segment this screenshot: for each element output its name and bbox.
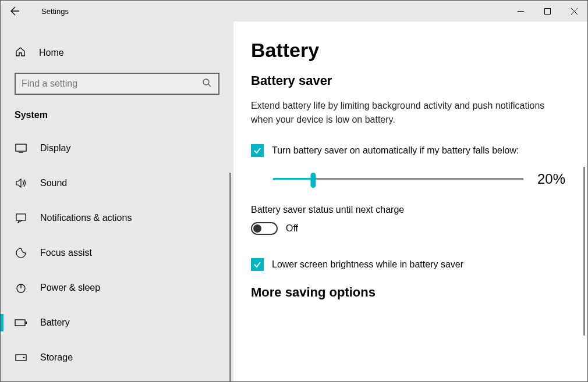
- auto-on-label: Turn battery saver on automatically if m…: [272, 145, 519, 156]
- status-toggle[interactable]: [251, 222, 278, 235]
- check-icon: [253, 146, 262, 155]
- minimize-button[interactable]: [507, 1, 534, 22]
- status-label: Battery saver status until next charge: [251, 205, 570, 215]
- lower-brightness-checkbox[interactable]: [251, 258, 264, 271]
- main-scrollbar[interactable]: [583, 167, 585, 335]
- check-icon: [253, 260, 262, 269]
- back-button[interactable]: [1, 1, 30, 22]
- threshold-value: 20%: [537, 171, 565, 187]
- search-icon: [202, 78, 212, 90]
- close-button[interactable]: [561, 1, 587, 22]
- focus-assist-icon: [15, 247, 27, 259]
- svg-rect-5: [15, 320, 25, 326]
- home-nav[interactable]: Home: [1, 39, 233, 67]
- display-icon: [15, 144, 27, 153]
- sidebar-item-sound[interactable]: Sound: [1, 166, 233, 201]
- storage-icon: [15, 354, 27, 361]
- main-panel: Battery Battery saver Extend battery lif…: [233, 22, 587, 381]
- auto-on-checkbox[interactable]: [251, 144, 264, 157]
- lower-brightness-label: Lower screen brightness while in battery…: [272, 259, 463, 270]
- sidebar-item-storage[interactable]: Storage: [1, 340, 233, 375]
- sidebar-item-label: Battery: [40, 317, 70, 328]
- sidebar-item-label: Notifications & actions: [40, 213, 132, 223]
- more-saving-options-title: More saving options: [251, 285, 570, 300]
- search-input-wrap[interactable]: [15, 73, 219, 95]
- sidebar-item-power-sleep[interactable]: Power & sleep: [1, 270, 233, 305]
- slider-fill: [273, 178, 313, 180]
- lower-brightness-row: Lower screen brightness while in battery…: [251, 258, 570, 271]
- svg-rect-0: [544, 8, 550, 14]
- svg-rect-6: [26, 322, 27, 324]
- toggle-knob: [253, 224, 261, 233]
- home-label: Home: [39, 48, 64, 58]
- section-battery-saver-title: Battery saver: [251, 73, 570, 88]
- arrow-left-icon: [10, 6, 20, 16]
- power-icon: [15, 282, 27, 294]
- home-icon: [15, 46, 26, 60]
- battery-icon: [15, 319, 27, 327]
- sidebar-item-battery[interactable]: Battery: [1, 305, 233, 340]
- sidebar-nav: Display Sound Notifications & actions Fo…: [1, 131, 233, 375]
- slider-thumb[interactable]: [310, 173, 316, 188]
- sidebar-group-label: System: [1, 105, 233, 131]
- svg-point-1: [203, 79, 209, 85]
- sidebar-item-label: Focus assist: [40, 248, 92, 258]
- sidebar-item-notifications[interactable]: Notifications & actions: [1, 201, 233, 235]
- sidebar-item-label: Power & sleep: [40, 283, 100, 293]
- status-toggle-text: Off: [286, 223, 298, 234]
- auto-on-row: Turn battery saver on automatically if m…: [251, 144, 570, 157]
- sidebar-scrollbar[interactable]: [229, 173, 231, 382]
- maximize-icon: [544, 8, 551, 15]
- battery-saver-description: Extend battery life by limiting backgrou…: [251, 99, 554, 127]
- threshold-row: 20%: [273, 171, 570, 187]
- sidebar-item-focus-assist[interactable]: Focus assist: [1, 235, 233, 270]
- close-icon: [571, 8, 578, 15]
- titlebar: Settings: [1, 1, 587, 22]
- page-title: Battery: [251, 39, 570, 62]
- status-toggle-row: Off: [251, 222, 570, 235]
- maximize-button[interactable]: [534, 1, 561, 22]
- sidebar-item-label: Sound: [40, 178, 67, 188]
- search-input[interactable]: [22, 78, 202, 89]
- sidebar-item-label: Storage: [40, 352, 73, 363]
- sidebar-item-label: Display: [40, 143, 70, 153]
- svg-rect-2: [16, 144, 26, 151]
- notifications-icon: [15, 213, 27, 223]
- sound-icon: [15, 178, 27, 188]
- sidebar: Home System Display Sound Notification: [1, 22, 233, 381]
- minimize-icon: [518, 8, 524, 15]
- sidebar-item-display[interactable]: Display: [1, 131, 233, 166]
- svg-rect-3: [16, 214, 26, 220]
- window-title: Settings: [41, 7, 69, 16]
- threshold-slider[interactable]: [273, 172, 523, 186]
- svg-point-8: [23, 357, 25, 359]
